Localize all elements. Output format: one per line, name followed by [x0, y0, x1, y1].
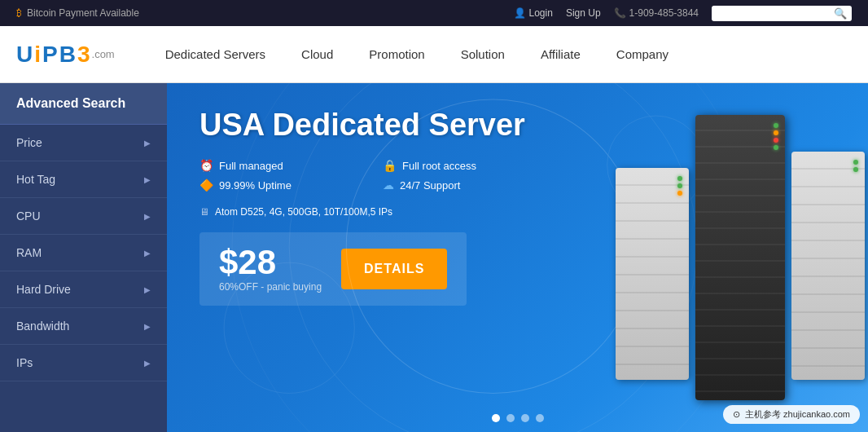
server-rack-1 — [616, 168, 689, 380]
sidebar-hot-tag-label: Hot Tag — [16, 173, 55, 186]
feature-support-label: 24/7 Support — [400, 179, 460, 192]
servers-image — [591, 83, 868, 432]
led-green — [677, 176, 682, 181]
bitcoin-text: Bitcoin Payment Available — [27, 7, 139, 19]
spec-monitor-icon: 🖥 — [199, 206, 209, 218]
watermark-text: 主机参考 zhujicankao.com — [745, 408, 850, 421]
sidebar-bandwidth-label: Bandwidth — [16, 320, 69, 333]
top-bar: ₿ Bitcoin Payment Available 👤 Login Sign… — [0, 0, 868, 26]
logo[interactable]: UiPB3.com — [16, 42, 115, 68]
logo-2: B — [59, 42, 76, 68]
top-bar-right: 👤 Login Sign Up 📞 1-909-485-3844 🔍 — [514, 6, 852, 21]
price-off: 60%OFF - panic buying — [219, 281, 322, 293]
led-strip-2 — [774, 123, 778, 150]
phone-group: 📞 1-909-485-3844 — [614, 7, 699, 19]
phone-number: 1-909-485-3844 — [629, 7, 699, 19]
sidebar-item-hard-drive[interactable]: Hard Drive ▶ — [0, 271, 167, 308]
feature-managed-label: Full managed — [219, 160, 283, 172]
server-rack-3 — [791, 152, 865, 380]
dot-4[interactable] — [536, 414, 544, 422]
nav-links: Dedicated Servers Cloud Promotion Soluti… — [147, 26, 852, 83]
logo-com: .com — [92, 48, 115, 60]
signup-link[interactable]: Sign Up — [566, 7, 601, 19]
login-link[interactable]: Login — [529, 7, 553, 19]
led-green — [774, 123, 778, 128]
logo-3: 3 — [77, 42, 90, 68]
nav-bar: UiPB3.com Dedicated Servers Cloud Promot… — [0, 26, 868, 83]
nav-dedicated-servers[interactable]: Dedicated Servers — [147, 26, 283, 83]
dot-1[interactable] — [492, 414, 500, 422]
chevron-right-icon: ▶ — [144, 285, 151, 294]
support-icon: ☁ — [383, 179, 394, 192]
sidebar-price-label: Price — [16, 136, 42, 149]
chevron-right-icon: ▶ — [144, 139, 151, 148]
led-green — [677, 183, 682, 188]
logo-i: i — [34, 42, 41, 68]
search-input[interactable] — [717, 7, 831, 19]
pagination-dots — [492, 414, 544, 422]
led-green — [853, 160, 858, 165]
led-red — [774, 138, 778, 143]
sidebar-item-cpu[interactable]: CPU ▶ — [0, 198, 167, 235]
sidebar-ips-label: IPs — [16, 356, 33, 369]
sidebar-ram-label: RAM — [16, 246, 42, 259]
chevron-right-icon: ▶ — [144, 175, 151, 184]
price-left: $28 60%OFF - panic buying — [219, 245, 322, 293]
search-button[interactable]: 🔍 — [834, 7, 847, 20]
led-green — [853, 167, 858, 172]
nav-company[interactable]: Company — [598, 26, 686, 83]
led-strip-1 — [677, 176, 682, 196]
hero-features: ⏰ Full managed 🔒 Full root access 🔶 99.9… — [199, 159, 541, 192]
watermark-icon: ⊙ — [733, 409, 740, 420]
nav-affiliate[interactable]: Affiliate — [523, 26, 598, 83]
sidebar: Advanced Search Price ▶ Hot Tag ▶ CPU ▶ … — [0, 83, 167, 432]
chevron-right-icon: ▶ — [144, 359, 151, 368]
led-strip-3 — [853, 160, 858, 172]
details-button[interactable]: DETAILS — [341, 249, 447, 289]
sidebar-item-bandwidth[interactable]: Bandwidth ▶ — [0, 308, 167, 345]
phone-icon: 📞 — [614, 7, 626, 19]
nav-cloud[interactable]: Cloud — [283, 26, 351, 83]
led-orange — [774, 130, 778, 135]
feature-uptime-label: 99.99% Uptime — [219, 179, 292, 192]
dot-3[interactable] — [521, 414, 529, 422]
feature-full-managed: ⏰ Full managed — [199, 159, 358, 172]
bitcoin-notice: ₿ Bitcoin Payment Available — [16, 7, 139, 19]
feature-support: ☁ 24/7 Support — [383, 179, 541, 192]
spec-text: Atom D525, 4G, 500GB, 10T/100M,5 IPs — [215, 206, 392, 218]
price-amount: $28 — [219, 245, 322, 280]
nav-solution[interactable]: Solution — [443, 26, 523, 83]
sidebar-item-ips[interactable]: IPs ▶ — [0, 345, 167, 381]
feature-uptime: 🔶 99.99% Uptime — [199, 179, 358, 192]
main-content: Advanced Search Price ▶ Hot Tag ▶ CPU ▶ … — [0, 83, 868, 432]
lock-icon: 🔒 — [383, 159, 397, 172]
sidebar-item-ram[interactable]: RAM ▶ — [0, 235, 167, 271]
led-green — [774, 145, 778, 150]
user-icon: 👤 — [514, 7, 526, 19]
watermark: ⊙ 主机参考 zhujicankao.com — [723, 405, 860, 424]
sidebar-item-price[interactable]: Price ▶ — [0, 125, 167, 161]
price-box: $28 60%OFF - panic buying DETAILS — [199, 232, 467, 306]
chevron-right-icon: ▶ — [144, 249, 151, 258]
chevron-right-icon: ▶ — [144, 212, 151, 221]
sidebar-cpu-label: CPU — [16, 209, 41, 223]
top-search-box: 🔍 — [712, 6, 852, 21]
led-orange — [677, 191, 682, 196]
bitcoin-icon: ₿ — [16, 7, 22, 19]
server-rack-2 — [695, 115, 785, 400]
login-group: 👤 Login — [514, 7, 553, 19]
feature-root-access: 🔒 Full root access — [383, 159, 541, 172]
sidebar-title: Advanced Search — [0, 83, 167, 125]
clock-icon: ⏰ — [199, 159, 213, 172]
sidebar-item-hot-tag[interactable]: Hot Tag ▶ — [0, 161, 167, 198]
sidebar-hard-drive-label: Hard Drive — [16, 283, 71, 296]
feature-root-label: Full root access — [402, 160, 476, 172]
logo-u: U — [16, 42, 33, 68]
logo-p: P — [42, 42, 58, 68]
dot-2[interactable] — [506, 414, 515, 422]
nav-promotion[interactable]: Promotion — [351, 26, 442, 83]
hero-banner: USA Dedicated Server ⏰ Full managed 🔒 Fu… — [167, 83, 868, 432]
uptime-icon: 🔶 — [199, 179, 213, 192]
chevron-right-icon: ▶ — [144, 322, 151, 331]
